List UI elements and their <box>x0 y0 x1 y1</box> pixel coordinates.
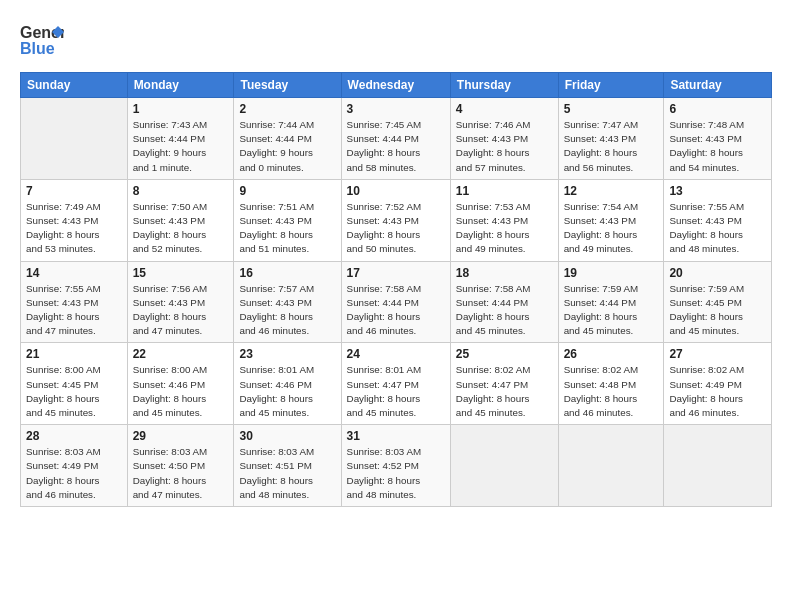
day-of-week-header: Saturday <box>664 73 772 98</box>
calendar-cell: 20Sunrise: 7:59 AM Sunset: 4:45 PM Dayli… <box>664 261 772 343</box>
calendar-cell: 13Sunrise: 7:55 AM Sunset: 4:43 PM Dayli… <box>664 179 772 261</box>
calendar-cell: 15Sunrise: 7:56 AM Sunset: 4:43 PM Dayli… <box>127 261 234 343</box>
calendar-cell: 24Sunrise: 8:01 AM Sunset: 4:47 PM Dayli… <box>341 343 450 425</box>
calendar-cell <box>21 98 128 180</box>
logo-icon: General Blue <box>20 18 64 62</box>
day-of-week-header: Monday <box>127 73 234 98</box>
calendar-cell: 23Sunrise: 8:01 AM Sunset: 4:46 PM Dayli… <box>234 343 341 425</box>
day-number: 23 <box>239 347 335 361</box>
logo: General Blue <box>20 18 70 62</box>
day-info: Sunrise: 8:03 AM Sunset: 4:52 PM Dayligh… <box>347 445 445 502</box>
day-info: Sunrise: 7:43 AM Sunset: 4:44 PM Dayligh… <box>133 118 229 175</box>
day-of-week-header: Wednesday <box>341 73 450 98</box>
calendar-cell: 26Sunrise: 8:02 AM Sunset: 4:48 PM Dayli… <box>558 343 664 425</box>
day-info: Sunrise: 7:55 AM Sunset: 4:43 PM Dayligh… <box>26 282 122 339</box>
day-number: 16 <box>239 266 335 280</box>
day-info: Sunrise: 7:50 AM Sunset: 4:43 PM Dayligh… <box>133 200 229 257</box>
day-of-week-header: Friday <box>558 73 664 98</box>
day-info: Sunrise: 7:48 AM Sunset: 4:43 PM Dayligh… <box>669 118 766 175</box>
day-number: 7 <box>26 184 122 198</box>
day-info: Sunrise: 7:55 AM Sunset: 4:43 PM Dayligh… <box>669 200 766 257</box>
day-number: 30 <box>239 429 335 443</box>
day-info: Sunrise: 7:57 AM Sunset: 4:43 PM Dayligh… <box>239 282 335 339</box>
day-number: 18 <box>456 266 553 280</box>
calendar-cell: 9Sunrise: 7:51 AM Sunset: 4:43 PM Daylig… <box>234 179 341 261</box>
day-number: 5 <box>564 102 659 116</box>
calendar-cell: 8Sunrise: 7:50 AM Sunset: 4:43 PM Daylig… <box>127 179 234 261</box>
day-info: Sunrise: 7:58 AM Sunset: 4:44 PM Dayligh… <box>456 282 553 339</box>
day-number: 15 <box>133 266 229 280</box>
day-info: Sunrise: 7:51 AM Sunset: 4:43 PM Dayligh… <box>239 200 335 257</box>
day-of-week-header: Thursday <box>450 73 558 98</box>
calendar-cell: 12Sunrise: 7:54 AM Sunset: 4:43 PM Dayli… <box>558 179 664 261</box>
day-number: 22 <box>133 347 229 361</box>
day-info: Sunrise: 7:49 AM Sunset: 4:43 PM Dayligh… <box>26 200 122 257</box>
day-info: Sunrise: 7:44 AM Sunset: 4:44 PM Dayligh… <box>239 118 335 175</box>
day-number: 1 <box>133 102 229 116</box>
day-number: 9 <box>239 184 335 198</box>
calendar-cell: 2Sunrise: 7:44 AM Sunset: 4:44 PM Daylig… <box>234 98 341 180</box>
calendar-cell <box>558 425 664 507</box>
day-number: 14 <box>26 266 122 280</box>
day-number: 3 <box>347 102 445 116</box>
day-info: Sunrise: 8:00 AM Sunset: 4:46 PM Dayligh… <box>133 363 229 420</box>
calendar-cell: 18Sunrise: 7:58 AM Sunset: 4:44 PM Dayli… <box>450 261 558 343</box>
day-number: 26 <box>564 347 659 361</box>
calendar: SundayMondayTuesdayWednesdayThursdayFrid… <box>20 72 772 507</box>
calendar-cell: 19Sunrise: 7:59 AM Sunset: 4:44 PM Dayli… <box>558 261 664 343</box>
day-number: 6 <box>669 102 766 116</box>
day-info: Sunrise: 8:03 AM Sunset: 4:50 PM Dayligh… <box>133 445 229 502</box>
day-info: Sunrise: 7:45 AM Sunset: 4:44 PM Dayligh… <box>347 118 445 175</box>
calendar-cell: 30Sunrise: 8:03 AM Sunset: 4:51 PM Dayli… <box>234 425 341 507</box>
calendar-cell: 5Sunrise: 7:47 AM Sunset: 4:43 PM Daylig… <box>558 98 664 180</box>
calendar-cell: 6Sunrise: 7:48 AM Sunset: 4:43 PM Daylig… <box>664 98 772 180</box>
day-number: 17 <box>347 266 445 280</box>
calendar-cell: 28Sunrise: 8:03 AM Sunset: 4:49 PM Dayli… <box>21 425 128 507</box>
day-info: Sunrise: 7:53 AM Sunset: 4:43 PM Dayligh… <box>456 200 553 257</box>
calendar-cell: 11Sunrise: 7:53 AM Sunset: 4:43 PM Dayli… <box>450 179 558 261</box>
day-number: 27 <box>669 347 766 361</box>
day-info: Sunrise: 7:47 AM Sunset: 4:43 PM Dayligh… <box>564 118 659 175</box>
calendar-cell: 1Sunrise: 7:43 AM Sunset: 4:44 PM Daylig… <box>127 98 234 180</box>
calendar-cell: 22Sunrise: 8:00 AM Sunset: 4:46 PM Dayli… <box>127 343 234 425</box>
calendar-cell: 21Sunrise: 8:00 AM Sunset: 4:45 PM Dayli… <box>21 343 128 425</box>
day-of-week-header: Tuesday <box>234 73 341 98</box>
day-info: Sunrise: 7:54 AM Sunset: 4:43 PM Dayligh… <box>564 200 659 257</box>
header: General Blue <box>20 18 772 62</box>
day-info: Sunrise: 8:02 AM Sunset: 4:47 PM Dayligh… <box>456 363 553 420</box>
svg-text:Blue: Blue <box>20 40 55 57</box>
calendar-cell: 29Sunrise: 8:03 AM Sunset: 4:50 PM Dayli… <box>127 425 234 507</box>
calendar-cell <box>450 425 558 507</box>
day-number: 12 <box>564 184 659 198</box>
calendar-cell: 25Sunrise: 8:02 AM Sunset: 4:47 PM Dayli… <box>450 343 558 425</box>
day-number: 29 <box>133 429 229 443</box>
day-info: Sunrise: 7:58 AM Sunset: 4:44 PM Dayligh… <box>347 282 445 339</box>
day-number: 19 <box>564 266 659 280</box>
calendar-cell: 3Sunrise: 7:45 AM Sunset: 4:44 PM Daylig… <box>341 98 450 180</box>
day-number: 28 <box>26 429 122 443</box>
day-of-week-header: Sunday <box>21 73 128 98</box>
day-number: 11 <box>456 184 553 198</box>
day-number: 25 <box>456 347 553 361</box>
calendar-cell: 14Sunrise: 7:55 AM Sunset: 4:43 PM Dayli… <box>21 261 128 343</box>
day-info: Sunrise: 8:03 AM Sunset: 4:49 PM Dayligh… <box>26 445 122 502</box>
day-number: 31 <box>347 429 445 443</box>
day-info: Sunrise: 7:59 AM Sunset: 4:44 PM Dayligh… <box>564 282 659 339</box>
calendar-cell: 4Sunrise: 7:46 AM Sunset: 4:43 PM Daylig… <box>450 98 558 180</box>
page: General Blue SundayMondayTuesdayWednesda… <box>0 0 792 612</box>
calendar-cell: 27Sunrise: 8:02 AM Sunset: 4:49 PM Dayli… <box>664 343 772 425</box>
day-info: Sunrise: 8:02 AM Sunset: 4:48 PM Dayligh… <box>564 363 659 420</box>
day-number: 8 <box>133 184 229 198</box>
calendar-cell: 7Sunrise: 7:49 AM Sunset: 4:43 PM Daylig… <box>21 179 128 261</box>
calendar-cell: 31Sunrise: 8:03 AM Sunset: 4:52 PM Dayli… <box>341 425 450 507</box>
day-info: Sunrise: 7:52 AM Sunset: 4:43 PM Dayligh… <box>347 200 445 257</box>
day-number: 4 <box>456 102 553 116</box>
day-info: Sunrise: 8:01 AM Sunset: 4:46 PM Dayligh… <box>239 363 335 420</box>
day-info: Sunrise: 8:01 AM Sunset: 4:47 PM Dayligh… <box>347 363 445 420</box>
day-number: 21 <box>26 347 122 361</box>
day-info: Sunrise: 8:03 AM Sunset: 4:51 PM Dayligh… <box>239 445 335 502</box>
day-number: 10 <box>347 184 445 198</box>
day-info: Sunrise: 7:59 AM Sunset: 4:45 PM Dayligh… <box>669 282 766 339</box>
day-info: Sunrise: 7:56 AM Sunset: 4:43 PM Dayligh… <box>133 282 229 339</box>
day-number: 2 <box>239 102 335 116</box>
